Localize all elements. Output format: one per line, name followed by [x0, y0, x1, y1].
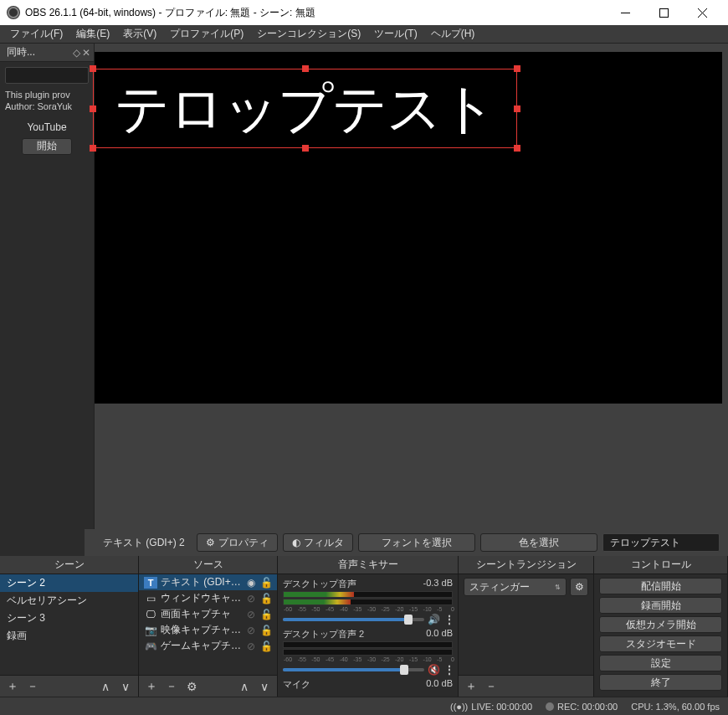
stream-key-input[interactable] [5, 67, 89, 84]
scene-item[interactable]: 録画 [0, 627, 138, 645]
visibility-icon[interactable]: ⊘ [245, 609, 257, 620]
maximize-button[interactable] [644, 0, 683, 25]
telop-text: テロップテスト [115, 72, 495, 146]
remove-source-button[interactable]: － [164, 679, 179, 694]
visibility-icon[interactable]: ⊘ [245, 593, 257, 604]
settings-button[interactable]: 設定 [599, 655, 722, 671]
mixer-channel: マイク 0.0 dB [283, 678, 453, 691]
mixer-channel: デスクトップ音声 -0.3 dB -60-55-50-45-40-35-30-2… [283, 578, 453, 626]
lock-icon[interactable]: 🔓 [260, 609, 272, 620]
resize-handle-br[interactable] [514, 145, 520, 152]
channel-options-icon[interactable]: ⋮ [444, 614, 453, 625]
channel-name: デスクトップ音声 [283, 578, 356, 590]
sources-list[interactable]: T テキスト (GDI+) 2 ◉ 🔓 ▭ ウィンドウキャプチャ ⊘ 🔓 🖵 画… [139, 574, 277, 675]
preview-canvas[interactable]: テロップテスト [95, 52, 722, 404]
exit-button[interactable]: 終了 [599, 674, 722, 691]
volume-slider[interactable] [283, 618, 424, 621]
menu-profile[interactable]: プロファイル(P) [163, 24, 250, 44]
resize-handle-tr[interactable] [514, 65, 520, 72]
source-item[interactable]: ▭ ウィンドウキャプチャ ⊘ 🔓 [139, 590, 277, 606]
resize-handle-tl[interactable] [90, 65, 96, 72]
lock-icon[interactable]: 🔓 [260, 625, 272, 636]
channel-db: 0.0 dB [426, 628, 453, 640]
scene-up-button[interactable]: ∧ [98, 679, 113, 694]
source-properties-button[interactable]: ⚙ [184, 679, 199, 694]
visibility-icon[interactable]: ◉ [245, 577, 257, 589]
channel-name: デスクトップ音声 2 [283, 628, 364, 640]
transition-select[interactable]: スティンガー ⇅ [464, 578, 567, 596]
dock-popout-icon[interactable]: ◇ [73, 47, 80, 59]
menu-help[interactable]: ヘルプ(H) [424, 24, 482, 44]
dock-close-icon[interactable]: ✕ [82, 47, 90, 59]
channel-options-icon[interactable]: ⋮ [444, 664, 453, 676]
text-value-input[interactable]: テロップテスト [602, 533, 720, 552]
resize-handle-mr[interactable] [514, 105, 520, 112]
close-button[interactable] [683, 0, 721, 25]
audio-meter [283, 591, 453, 598]
dock-tab-label: 同時... [7, 45, 73, 59]
dock-tab: 同時... ◇ ✕ [0, 44, 94, 62]
window-title: OBS 26.1.1 (64-bit, windows) - プロファイル: 無… [25, 6, 606, 20]
resize-handle-bm[interactable] [302, 145, 309, 152]
scene-item[interactable]: シーン 3 [0, 610, 138, 627]
video-capture-icon: 📷 [144, 625, 157, 636]
source-item[interactable]: 🎮 ゲームキャプチャ 2 ⊘ 🔓 [139, 638, 277, 654]
scenes-list[interactable]: シーン 2 ベルセリアシーン シーン 3 録画 [0, 574, 138, 675]
lock-icon[interactable]: 🔓 [260, 577, 272, 589]
volume-slider[interactable] [283, 668, 424, 671]
mixer-body: デスクトップ音声 -0.3 dB -60-55-50-45-40-35-30-2… [278, 574, 458, 697]
transition-properties-button[interactable]: ⚙ [570, 578, 588, 596]
visibility-icon[interactable]: ⊘ [245, 625, 257, 636]
transitions-tools: ＋ － [459, 675, 593, 697]
scene-down-button[interactable]: ∨ [118, 679, 133, 694]
meter-ticks: -60-55-50-45-40-35-30-25-20-15-10-50 [283, 656, 453, 663]
add-source-button[interactable]: ＋ [144, 679, 159, 694]
minimize-button[interactable] [606, 0, 644, 25]
add-transition-button[interactable]: ＋ [464, 679, 479, 694]
scenes-panel: シーン シーン 2 ベルセリアシーン シーン 3 録画 ＋ － ∧ ∨ [0, 556, 139, 697]
speaker-muted-icon[interactable]: 🔇 [428, 664, 441, 676]
remove-scene-button[interactable]: － [25, 679, 40, 694]
remove-transition-button[interactable]: － [484, 679, 499, 694]
add-scene-button[interactable]: ＋ [5, 679, 20, 694]
start-button[interactable]: 開始 [22, 138, 72, 155]
menu-view[interactable]: 表示(V) [116, 24, 163, 44]
menu-tools[interactable]: ツール(T) [367, 24, 423, 44]
sources-panel: ソース T テキスト (GDI+) 2 ◉ 🔓 ▭ ウィンドウキャプチャ ⊘ 🔓… [139, 556, 278, 697]
speaker-icon[interactable]: 🔊 [428, 614, 441, 625]
chevron-updown-icon: ⇅ [555, 584, 561, 591]
menu-edit[interactable]: 編集(E) [69, 24, 116, 44]
menu-file[interactable]: ファイル(F) [3, 24, 69, 44]
selected-source-box[interactable]: テロップテスト [93, 69, 517, 148]
source-item[interactable]: 🖵 画面キャプチャ ⊘ 🔓 [139, 606, 277, 622]
filters-button[interactable]: ◐ フィルタ [283, 533, 353, 552]
scene-item[interactable]: ベルセリアシーン [0, 592, 138, 610]
lock-icon[interactable]: 🔓 [260, 593, 272, 604]
resize-handle-tm[interactable] [302, 65, 309, 72]
audio-meter [283, 599, 453, 605]
menu-scene-collection[interactable]: シーンコレクション(S) [250, 24, 367, 44]
select-color-button[interactable]: 色を選択 [480, 533, 597, 552]
controls-header: コントロール [594, 556, 727, 574]
studio-mode-button[interactable]: スタジオモード [599, 635, 722, 652]
statusbar: ((●)) LIVE: 00:00:00 REC: 00:00:00 CPU: … [0, 697, 728, 715]
resize-handle-ml[interactable] [90, 105, 96, 112]
select-font-button[interactable]: フォントを選択 [358, 533, 475, 552]
preview-area[interactable]: テロップテスト テキスト (GDI+) 2 ⚙ プロパティ ◐ フィルタ フ [95, 44, 728, 556]
mixer-header: 音声ミキサー [278, 556, 458, 574]
visibility-icon[interactable]: ⊘ [245, 640, 257, 652]
start-virtual-camera-button[interactable]: 仮想カメラ開始 [599, 616, 722, 633]
properties-button[interactable]: ⚙ プロパティ [197, 533, 278, 552]
plugin-info-line1: This plugin prov [0, 89, 94, 100]
scene-item[interactable]: シーン 2 [0, 574, 138, 592]
source-up-button[interactable]: ∧ [237, 679, 252, 694]
lock-icon[interactable]: 🔓 [260, 640, 272, 652]
resize-handle-bl[interactable] [90, 145, 96, 152]
source-item[interactable]: T テキスト (GDI+) 2 ◉ 🔓 [139, 574, 277, 590]
start-streaming-button[interactable]: 配信開始 [599, 578, 722, 594]
source-down-button[interactable]: ∨ [257, 679, 272, 694]
start-recording-button[interactable]: 録画開始 [599, 597, 722, 614]
app-icon [7, 6, 20, 19]
sources-header: ソース [139, 556, 277, 574]
source-item[interactable]: 📷 映像キャプチャデバ ⊘ 🔓 [139, 622, 277, 638]
